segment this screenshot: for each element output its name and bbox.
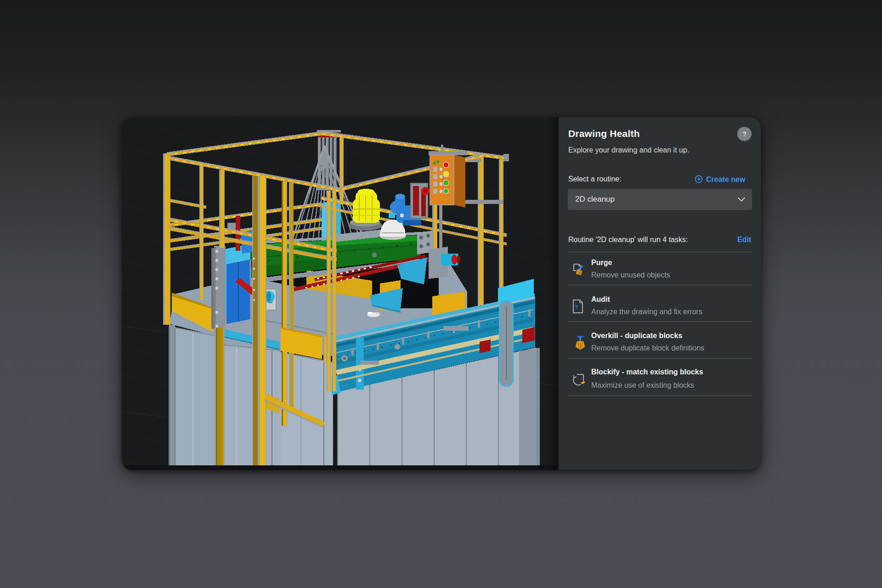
svg-text:?: ?: [575, 304, 578, 311]
